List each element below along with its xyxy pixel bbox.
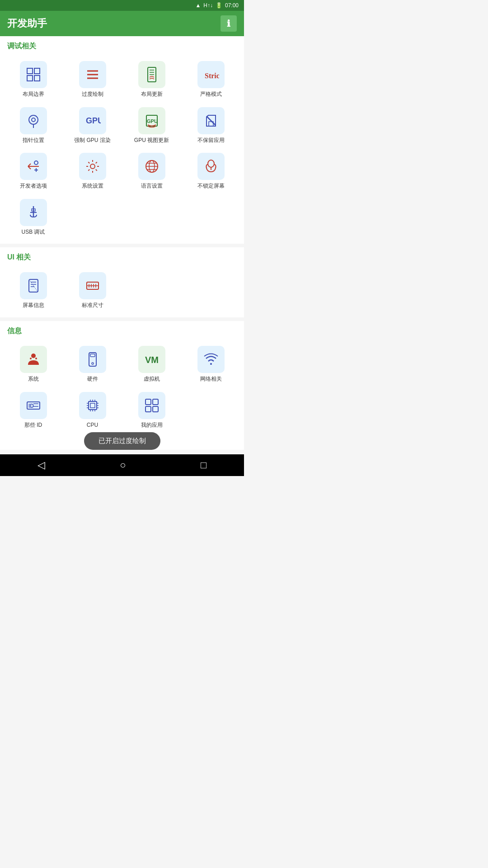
svg-point-13 (32, 118, 35, 122)
status-bar: ▲ H↑↓ 🔋 07:00 (0, 0, 244, 11)
svg-point-55 (92, 363, 94, 364)
item-overdraw[interactable]: 过度绘制 (63, 57, 122, 103)
cpu-label: CPU (87, 422, 98, 429)
item-sys-settings[interactable]: 系统设置 (63, 148, 122, 194)
svg-rect-2 (27, 75, 33, 81)
item-lang-settings[interactable]: 语言设置 (122, 148, 181, 194)
item-strict-mode[interactable]: Strict 严格模式 (181, 57, 240, 103)
standard-size-icon-box (79, 272, 106, 299)
toast: 已开启过度绘制 (84, 432, 160, 450)
lang-settings-label: 语言设置 (141, 183, 163, 190)
dev-options-icon-box (20, 153, 47, 180)
dev-options-label: 开发者选项 (20, 183, 47, 190)
info-button[interactable]: ℹ (221, 15, 237, 32)
sys-settings-icon-box (79, 153, 106, 180)
svg-rect-77 (153, 399, 158, 405)
back-button[interactable]: ◁ (38, 459, 45, 471)
svg-point-12 (29, 115, 38, 124)
svg-text:GPU: GPU (147, 118, 158, 124)
screen-info-icon-box (20, 272, 47, 299)
lang-settings-icon-box (138, 153, 165, 180)
item-dev-options[interactable]: 开发者选项 (4, 148, 63, 194)
recent-button[interactable]: □ (201, 459, 206, 471)
wifi-icon: ▲ (195, 2, 201, 9)
no-save-label: 不保留应用 (197, 137, 225, 144)
svg-text:Strict: Strict (205, 72, 219, 80)
pointer-location-label: 指针位置 (23, 137, 44, 144)
item-no-save-app[interactable]: 不保留应用 (181, 103, 240, 149)
layout-bounds-label: 布局边界 (23, 91, 44, 98)
signal-icon: H↑↓ (203, 2, 213, 9)
item-layout-update[interactable]: 布局更新 (122, 57, 181, 103)
usb-debug-label: USB 调试 (21, 229, 45, 236)
layout-update-icon-box (138, 61, 165, 88)
gpu-view-icon-box: GPU (138, 107, 165, 134)
item-force-gpu[interactable]: GPU 强制 GPU 渲染 (63, 103, 122, 149)
hardware-label: 硬件 (87, 376, 98, 383)
no-lock-screen-icon-box (197, 153, 225, 180)
bottom-nav: ◁ ○ □ (0, 454, 244, 476)
svg-point-31 (208, 160, 214, 167)
strict-mode-icon-box: Strict (197, 61, 225, 88)
svg-rect-0 (27, 68, 33, 74)
hardware-icon-box (79, 346, 106, 373)
id-label: 那些 ID (24, 422, 42, 429)
item-system[interactable]: 系统 (4, 341, 63, 387)
vm-icon-box: VM (138, 346, 165, 373)
force-gpu-icon-box: GPU (79, 107, 106, 134)
item-those-id[interactable]: ID 那些 ID (4, 387, 63, 434)
force-gpu-label: 强制 GPU 渲染 (74, 137, 111, 144)
item-hardware[interactable]: 硬件 (63, 341, 122, 387)
section-info-title: 信息 (0, 321, 244, 338)
item-cpu[interactable]: CPU (63, 387, 122, 434)
section-debug-title: 调试相关 (0, 36, 244, 53)
my-apps-label: 我的应用 (141, 422, 163, 429)
network-label: 网络相关 (200, 376, 222, 383)
item-no-lock-screen[interactable]: 不锁定屏幕 (181, 148, 240, 194)
screen-info-label: 屏幕信息 (23, 302, 44, 309)
item-gpu-view-update[interactable]: GPU GPU 视图更新 (122, 103, 181, 149)
section-debug: 调试相关 布局边界 过度绘制 (0, 36, 244, 244)
no-save-icon-box (197, 107, 225, 134)
item-standard-size[interactable]: 标准尺寸 (63, 268, 122, 314)
standard-size-label: 标准尺寸 (82, 302, 103, 309)
app-header: 开发助手 ℹ (0, 11, 244, 36)
svg-text:VM: VM (145, 355, 159, 365)
svg-point-25 (90, 164, 95, 169)
no-lock-screen-label: 不锁定屏幕 (197, 183, 225, 190)
overdraw-icon-box (79, 61, 106, 88)
svg-point-57 (210, 363, 212, 365)
sys-settings-label: 系统设置 (82, 183, 103, 190)
strict-mode-label: 严格模式 (200, 91, 222, 98)
my-apps-icon-box (138, 392, 165, 419)
usb-debug-icon-box (20, 199, 47, 226)
svg-line-40 (29, 279, 38, 292)
network-icon-box (197, 346, 225, 373)
item-layout-bounds[interactable]: 布局边界 (4, 57, 63, 103)
section-ui: UI 相关 屏幕信息 (0, 247, 244, 317)
item-network[interactable]: 网络相关 (181, 341, 240, 387)
home-button[interactable]: ○ (120, 459, 126, 471)
gpu-view-label: GPU 视图更新 (134, 137, 169, 144)
ui-grid: 屏幕信息 标准尺寸 (0, 264, 244, 317)
item-my-apps[interactable]: 我的应用 (122, 387, 181, 434)
svg-rect-62 (89, 401, 97, 410)
item-pointer-location[interactable]: 指针位置 (4, 103, 63, 149)
toast-overlay: 已开启过度绘制 (0, 432, 244, 450)
item-virtual-machine[interactable]: VM 虚拟机 (122, 341, 181, 387)
time: 07:00 (225, 2, 239, 9)
id-icon-box: ID (20, 392, 47, 419)
svg-rect-63 (90, 403, 95, 408)
svg-rect-54 (90, 354, 95, 357)
overdraw-label: 过度绘制 (82, 91, 103, 98)
pointer-icon-box (20, 107, 47, 134)
debug-grid: 布局边界 过度绘制 (0, 53, 244, 244)
section-info: 信息 系统 (0, 321, 244, 450)
section-ui-title: UI 相关 (0, 247, 244, 264)
item-usb-debug[interactable]: USB 调试 (4, 194, 63, 241)
system-label: 系统 (28, 376, 39, 383)
item-screen-info[interactable]: 屏幕信息 (4, 268, 63, 314)
svg-rect-78 (145, 406, 151, 412)
svg-rect-1 (34, 68, 40, 74)
layout-bounds-icon-box (20, 61, 47, 88)
